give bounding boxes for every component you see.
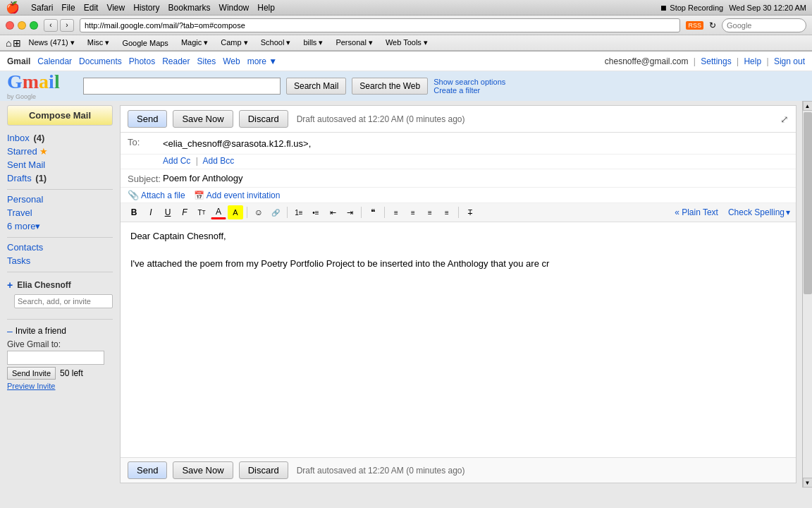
- expand-button[interactable]: ⤢: [780, 114, 789, 125]
- menu-history[interactable]: History: [133, 3, 159, 13]
- nav-web[interactable]: Web: [223, 56, 240, 66]
- font-family-button[interactable]: F: [177, 205, 192, 219]
- sidebar-item-tasks[interactable]: Tasks: [0, 254, 120, 267]
- bold-button[interactable]: B: [126, 205, 142, 219]
- check-spelling-button[interactable]: Check Spelling ▾: [728, 207, 790, 217]
- sidebar-item-drafts[interactable]: Drafts (1): [0, 171, 120, 185]
- drafts-link[interactable]: Drafts (1): [7, 173, 47, 183]
- indent-less-button[interactable]: ⇤: [325, 205, 340, 219]
- sidebar-item-travel[interactable]: Travel: [0, 206, 120, 219]
- bulleted-list-button[interactable]: •≡: [308, 205, 324, 219]
- search-mail-button[interactable]: Search Mail: [286, 78, 346, 95]
- forward-button[interactable]: ›: [60, 19, 74, 32]
- zoom-button[interactable]: [30, 21, 38, 30]
- bookmark-magic[interactable]: Magic ▾: [176, 37, 214, 49]
- contacts-link[interactable]: Contacts: [7, 242, 43, 253]
- align-justify-button[interactable]: ≡: [439, 205, 455, 219]
- bookmark-misc[interactable]: Misc ▾: [82, 37, 116, 49]
- bookmark-personal[interactable]: Personal ▾: [330, 37, 378, 49]
- underline-button[interactable]: U: [160, 205, 176, 219]
- italic-button[interactable]: I: [143, 205, 159, 219]
- apple-menu[interactable]: 🍎: [6, 1, 20, 14]
- discard-button-bottom[interactable]: Discard: [239, 461, 288, 479]
- remove-format-button[interactable]: T: [462, 205, 478, 219]
- attach-file-link[interactable]: 📎 Attach a file: [128, 190, 185, 200]
- grid-icon[interactable]: ⊞: [13, 37, 21, 49]
- nav-more[interactable]: more ▼: [247, 56, 278, 66]
- tasks-link[interactable]: Tasks: [7, 255, 30, 266]
- subject-input[interactable]: [163, 173, 789, 183]
- create-filter-link[interactable]: Create a filter: [433, 86, 505, 95]
- nav-reader[interactable]: Reader: [162, 56, 190, 66]
- add-cc-link[interactable]: Add Cc: [163, 156, 190, 166]
- home-icon[interactable]: ⌂: [6, 37, 11, 49]
- bookmark-bills[interactable]: bills ▾: [297, 37, 328, 49]
- menu-window[interactable]: Window: [219, 3, 250, 13]
- discard-button-top[interactable]: Discard: [239, 110, 288, 128]
- compose-mail-button[interactable]: Compose Mail: [7, 105, 113, 126]
- bookmark-school[interactable]: School ▾: [255, 37, 297, 49]
- nav-photos[interactable]: Photos: [129, 56, 155, 66]
- font-size-button[interactable]: TT: [194, 205, 209, 219]
- scrollbar-thumb[interactable]: [804, 112, 812, 294]
- search-input[interactable]: [83, 78, 281, 95]
- emoticon-button[interactable]: ☺: [251, 205, 266, 219]
- align-left-button[interactable]: ≡: [388, 205, 404, 219]
- save-now-button-top[interactable]: Save Now: [173, 110, 233, 128]
- plain-text-link[interactable]: « Plain Text: [675, 207, 718, 217]
- text-color-button[interactable]: A: [211, 205, 226, 219]
- sent-link[interactable]: Sent Mail: [7, 159, 45, 170]
- save-now-button-bottom[interactable]: Save Now: [173, 461, 233, 479]
- inbox-link[interactable]: Inbox (4): [7, 133, 44, 143]
- align-right-button[interactable]: ≡: [422, 205, 438, 219]
- preview-invite-link[interactable]: Preview Invite: [7, 382, 55, 390]
- link-button[interactable]: 🔗: [268, 205, 283, 219]
- indent-more-button[interactable]: ⇥: [342, 205, 357, 219]
- settings-link[interactable]: Settings: [701, 56, 731, 66]
- bookmark-camp[interactable]: Camp ▾: [215, 37, 253, 49]
- travel-link[interactable]: Travel: [7, 207, 32, 218]
- sidebar-item-starred[interactable]: Starred ★: [0, 145, 120, 158]
- send-button-top[interactable]: Send: [128, 110, 167, 128]
- sidebar-item-personal[interactable]: Personal: [0, 193, 120, 206]
- invite-header[interactable]: – Invite a friend: [7, 325, 113, 337]
- sidebar-item-sent[interactable]: Sent Mail: [0, 158, 120, 171]
- close-button[interactable]: [6, 21, 14, 30]
- help-link[interactable]: Help: [744, 56, 761, 66]
- sidebar-item-inbox[interactable]: Inbox (4): [0, 131, 120, 145]
- sidebar-item-more-labels[interactable]: 6 more▾: [0, 219, 120, 233]
- sidebar-item-contacts[interactable]: Contacts: [0, 241, 120, 254]
- back-button[interactable]: ‹: [44, 19, 58, 32]
- address-bar[interactable]: [80, 18, 680, 32]
- numbered-list-button[interactable]: 1≡: [291, 205, 307, 219]
- show-search-options-link[interactable]: Show search options: [433, 78, 505, 86]
- scrollbar-up[interactable]: ▲: [803, 101, 813, 111]
- menu-bookmarks[interactable]: Bookmarks: [168, 3, 211, 13]
- more-labels-link[interactable]: 6 more▾: [7, 221, 40, 231]
- bg-color-button[interactable]: A: [228, 205, 243, 219]
- bookmark-google-maps[interactable]: Google Maps: [116, 37, 173, 49]
- starred-link[interactable]: Starred: [7, 146, 37, 157]
- to-input[interactable]: [163, 135, 789, 151]
- quote-button[interactable]: ❝: [365, 205, 381, 219]
- invite-email-input[interactable]: [7, 351, 104, 365]
- send-invite-button[interactable]: Send Invite: [7, 367, 56, 380]
- send-button-bottom[interactable]: Send: [128, 461, 167, 479]
- compose-body[interactable]: Dear Captain Chesnoff, I've attached the…: [121, 222, 796, 457]
- reload-button[interactable]: ↻: [709, 20, 716, 30]
- menu-safari[interactable]: Safari: [31, 3, 53, 13]
- scrollbar-down[interactable]: ▼: [803, 478, 813, 488]
- minimize-button[interactable]: [18, 21, 26, 30]
- add-bcc-link[interactable]: Add Bcc: [203, 156, 235, 166]
- menu-file[interactable]: File: [61, 3, 75, 13]
- menu-edit[interactable]: Edit: [84, 3, 99, 13]
- chat-header[interactable]: + Elia Chesnoff: [7, 279, 113, 291]
- add-event-link[interactable]: 📅 Add event invitation: [194, 190, 281, 200]
- google-search-input[interactable]: [722, 18, 806, 32]
- signout-link[interactable]: Sign out: [774, 56, 805, 66]
- menu-help[interactable]: Help: [257, 3, 275, 13]
- nav-calendar[interactable]: Calendar: [37, 56, 72, 66]
- bookmark-news[interactable]: News (471) ▾: [23, 37, 80, 49]
- personal-link[interactable]: Personal: [7, 194, 43, 205]
- align-center-button[interactable]: ≡: [405, 205, 421, 219]
